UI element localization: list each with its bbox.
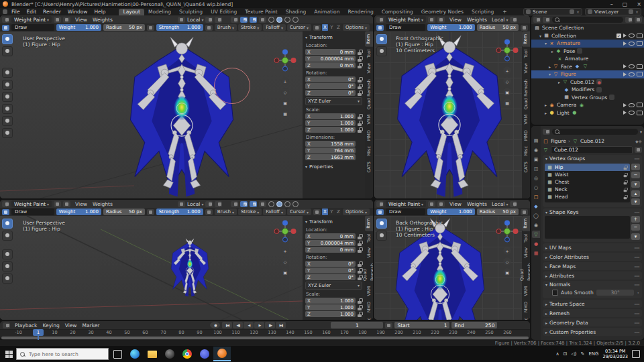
outliner-row[interactable]: Modifiers <box>531 86 644 94</box>
properties-panel-header[interactable]: UV Maps ══ <box>543 243 642 251</box>
brush-name-field[interactable]: Draw <box>11 24 54 31</box>
mirror-axis-toggle[interactable]: X <box>322 24 328 31</box>
vertex-group-row[interactable]: Hip <box>545 164 630 171</box>
lock-icon[interactable] <box>623 194 627 198</box>
start-frame-field[interactable]: Start 1 <box>394 322 449 328</box>
location-field[interactable]: X0 mm <box>305 233 356 239</box>
proportional-edit-icon[interactable] <box>215 17 222 23</box>
n-panel-tab[interactable]: VRM <box>366 112 373 127</box>
menu-item[interactable]: File <box>8 9 23 15</box>
remove-view-layer-icon[interactable]: × <box>635 9 639 14</box>
remove-vertex-group-button[interactable]: − <box>631 172 640 178</box>
expand-icon[interactable] <box>549 71 551 77</box>
datablock-name-field[interactable]: Cube.012 <box>551 146 633 154</box>
vertex-group-row[interactable]: Neck <box>545 186 630 193</box>
mode-toggle-icon[interactable] <box>428 201 435 207</box>
network-icon[interactable]: ⊡ <box>564 351 568 357</box>
properties-panel-header[interactable]: Attributes ══ <box>543 272 642 280</box>
clock[interactable]: 03:34 PM 29/03/2023 <box>603 349 628 359</box>
workspace-tab[interactable]: UV Editing <box>207 9 241 15</box>
selectable-icon[interactable] <box>623 111 627 115</box>
n-panel-tab[interactable]: MMD <box>366 127 373 143</box>
n-panel-tab[interactable]: CATS <box>366 159 373 176</box>
weight-slider[interactable]: Weight1.000 <box>427 208 475 215</box>
notification-center-icon[interactable] <box>632 350 640 358</box>
timeline-menu-item[interactable]: Playback <box>12 322 40 328</box>
new-view-layer-icon[interactable] <box>629 9 633 14</box>
gizmos-icon[interactable] <box>240 17 248 23</box>
properties-panel-header[interactable]: Face Maps ══ <box>543 262 642 270</box>
strength-pressure-icon[interactable] <box>205 209 213 215</box>
hide-icon[interactable] <box>629 111 635 115</box>
workspace-tab[interactable]: Scripting <box>468 9 498 15</box>
selectable-icon[interactable] <box>623 72 627 76</box>
lock-icon[interactable] <box>357 114 362 119</box>
outliner-row-figure[interactable]: Figure <box>531 70 644 78</box>
location-field[interactable]: Y0.000004 mm <box>305 56 356 62</box>
shading-solid-icon[interactable] <box>276 17 282 23</box>
snap-magnet-icon[interactable] <box>510 201 517 207</box>
lock-icon[interactable] <box>357 56 362 62</box>
mirror-axis-toggle[interactable]: X <box>322 208 328 215</box>
workspace-tab[interactable]: Shading <box>282 9 310 15</box>
mode-toggle-icon[interactable] <box>428 17 435 23</box>
hide-icon[interactable] <box>629 103 635 107</box>
properties-panel-title[interactable]: Properties <box>309 164 333 170</box>
camera-view-icon[interactable]: ▣ <box>281 99 289 107</box>
search-input[interactable] <box>28 351 105 358</box>
viewport-top-right[interactable]: Weight Paint ViewWeights Local Draw Weig… <box>374 15 530 198</box>
auto-smooth-checkbox[interactable] <box>552 290 558 296</box>
mode-dropdown[interactable]: Weight Paint <box>11 16 52 23</box>
file-explorer-button[interactable] <box>144 347 161 361</box>
rotation-field[interactable]: Z0° <box>305 274 356 280</box>
lock-icon[interactable] <box>357 298 362 304</box>
shading-rendered-icon[interactable] <box>292 201 299 207</box>
xray-toggle-icon[interactable] <box>259 17 266 23</box>
vertex-group-row[interactable]: Head <box>545 193 630 200</box>
weight-slider[interactable]: Weight1.000 <box>427 24 475 31</box>
close-button[interactable]: × <box>637 1 641 7</box>
timeline-menu-item[interactable]: Marker <box>79 322 102 328</box>
brush-menu-item[interactable]: Brush <box>215 24 237 31</box>
n-panel-tab[interactable]: View <box>523 245 530 260</box>
overlays-icon[interactable] <box>250 201 257 207</box>
use-preview-range-icon[interactable] <box>385 322 392 328</box>
outliner-row[interactable]: Face <box>531 63 644 71</box>
navigation-gizmo[interactable] <box>274 220 297 243</box>
expand-icon[interactable] <box>539 33 541 39</box>
viewport-menu-item[interactable]: View <box>72 201 90 207</box>
move-group-up-button[interactable]: ▴ <box>631 190 640 197</box>
orientation-dropdown[interactable]: Local <box>187 17 203 23</box>
scale-field[interactable]: Z1.000 <box>305 311 356 317</box>
shading-rendered-icon[interactable] <box>292 17 299 23</box>
navigation-gizmo[interactable] <box>496 220 519 243</box>
breadcrumb-object[interactable]: Figure <box>551 138 566 144</box>
outliner-row[interactable]: Pose <box>531 48 644 56</box>
menu-item[interactable]: Render <box>40 9 64 15</box>
pan-hand-icon[interactable]: ◇ <box>503 77 511 85</box>
selectable-icon[interactable] <box>623 103 627 107</box>
annotate-tool-button[interactable] <box>2 104 13 114</box>
n-panel-tab[interactable]: Quad Remesh <box>362 261 373 284</box>
outliner-row[interactable]: Light <box>531 109 644 117</box>
collapse-icon[interactable] <box>305 219 307 225</box>
mode-toggle2-icon[interactable] <box>437 17 445 23</box>
scale-field[interactable]: Z1.000 <box>305 127 356 133</box>
editor-type-button[interactable] <box>2 17 9 23</box>
properties-search[interactable] <box>552 129 638 135</box>
expand-icon[interactable] <box>558 79 560 85</box>
volume-icon[interactable]: ◁) <box>571 351 576 357</box>
n-panel-tab[interactable]: MMD <box>366 299 373 315</box>
shape-keys-panel-header[interactable]: Shape Keys ══ <box>543 208 642 216</box>
shading-solid-icon[interactable] <box>276 201 282 207</box>
physics-tab-icon[interactable] <box>532 212 540 219</box>
auto-keying-button[interactable]: ● <box>210 322 220 328</box>
radius-pressure-icon[interactable] <box>521 209 528 215</box>
expand-icon[interactable] <box>549 64 551 70</box>
expand-icon[interactable] <box>545 102 547 108</box>
mode-dropdown[interactable]: Weight Paint <box>386 16 426 23</box>
lock-icon[interactable] <box>357 127 362 133</box>
filter-icon[interactable] <box>625 17 633 23</box>
properties-panel-header[interactable]: Texture Space ══ <box>543 300 642 308</box>
hide-icon[interactable] <box>629 42 635 46</box>
